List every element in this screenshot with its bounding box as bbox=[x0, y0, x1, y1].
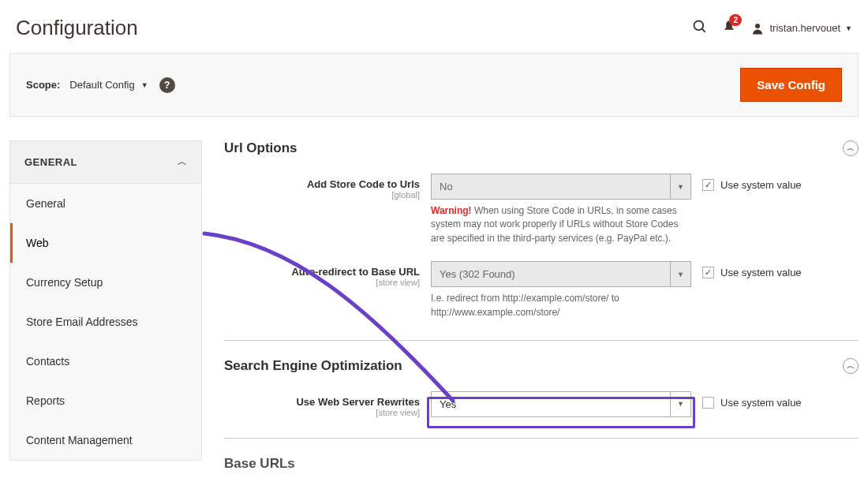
separator bbox=[224, 438, 859, 439]
svg-point-0 bbox=[694, 21, 704, 31]
chevron-down-icon: ▼ bbox=[670, 174, 690, 199]
checkbox-use-system-value[interactable]: ✓ bbox=[702, 267, 714, 278]
chevron-down-icon: ▼ bbox=[670, 392, 690, 416]
scope-value: Default Config bbox=[69, 79, 134, 91]
save-config-button[interactable]: Save Config bbox=[740, 68, 842, 102]
collapse-icon[interactable]: ︿ bbox=[843, 140, 859, 156]
select-use-web-server-rewrites[interactable]: Yes ▼ bbox=[431, 391, 691, 417]
sidebar-item-currency-setup[interactable]: Currency Setup bbox=[10, 263, 201, 302]
select-add-store-code: No ▼ bbox=[431, 174, 691, 200]
scope-hint: [global] bbox=[224, 190, 420, 200]
sidebar-item-reports[interactable]: Reports bbox=[10, 381, 201, 420]
chevron-up-icon: ︿ bbox=[178, 155, 188, 169]
scope-hint: [store view] bbox=[224, 408, 420, 417]
search-icon[interactable] bbox=[692, 19, 708, 37]
scope-select[interactable]: Default Config ▼ bbox=[69, 79, 148, 91]
chevron-down-icon: ▼ bbox=[670, 262, 690, 286]
help-icon[interactable]: ? bbox=[159, 77, 175, 93]
sidebar: GENERAL ︿ General Web Currency Setup Sto… bbox=[9, 140, 202, 461]
label-auto-redirect: Auto-redirect to Base URL bbox=[224, 266, 420, 278]
user-menu[interactable]: tristan.hervouet ▼ bbox=[750, 21, 852, 35]
sidebar-item-web[interactable]: Web bbox=[10, 223, 201, 263]
section-title-seo: Search Engine Optimization bbox=[224, 358, 402, 374]
select-value: No bbox=[440, 181, 453, 192]
collapse-icon[interactable]: ︿ bbox=[843, 358, 859, 374]
select-value: Yes (302 Found) bbox=[440, 268, 515, 280]
sidebar-item-content-management[interactable]: Content Management bbox=[10, 420, 201, 460]
checkbox-use-system-value[interactable] bbox=[702, 397, 714, 409]
checkbox-use-system-value[interactable]: ✓ bbox=[702, 179, 714, 191]
notifications-icon[interactable]: 2 bbox=[722, 19, 736, 37]
warning-label: Warning! bbox=[431, 205, 472, 216]
section-title-base-urls: Base URLs bbox=[224, 456, 295, 472]
user-name: tristan.hervouet bbox=[769, 22, 840, 34]
checkbox-label: Use system value bbox=[720, 179, 802, 191]
svg-point-2 bbox=[755, 24, 760, 28]
section-title-url-options: Url Options bbox=[224, 140, 297, 156]
sidebar-group-label: GENERAL bbox=[24, 156, 77, 168]
svg-line-1 bbox=[702, 29, 705, 32]
field-note: I.e. redirect from http://example.com/st… bbox=[431, 292, 691, 319]
label-use-web-server-rewrites: Use Web Server Rewrites bbox=[224, 396, 420, 408]
field-note: Warning! When using Store Code in URLs, … bbox=[431, 204, 691, 245]
select-auto-redirect: Yes (302 Found) ▼ bbox=[431, 261, 691, 287]
checkbox-label: Use system value bbox=[720, 397, 802, 409]
chevron-down-icon: ▼ bbox=[141, 81, 148, 89]
sidebar-group-general[interactable]: GENERAL ︿ bbox=[10, 141, 201, 184]
checkbox-label: Use system value bbox=[720, 267, 802, 278]
select-value: Yes bbox=[440, 398, 456, 410]
chevron-down-icon: ▼ bbox=[845, 24, 852, 32]
sidebar-item-general[interactable]: General bbox=[10, 184, 201, 223]
sidebar-item-store-email[interactable]: Store Email Addresses bbox=[10, 302, 201, 342]
page-title: Configuration bbox=[16, 16, 692, 40]
notification-badge: 2 bbox=[729, 14, 742, 26]
scope-label: Scope: bbox=[26, 79, 60, 91]
label-add-store-code: Add Store Code to Urls bbox=[224, 178, 420, 190]
scope-hint: [store view] bbox=[224, 278, 420, 287]
separator bbox=[224, 340, 859, 341]
sidebar-item-contacts[interactable]: Contacts bbox=[10, 342, 201, 381]
